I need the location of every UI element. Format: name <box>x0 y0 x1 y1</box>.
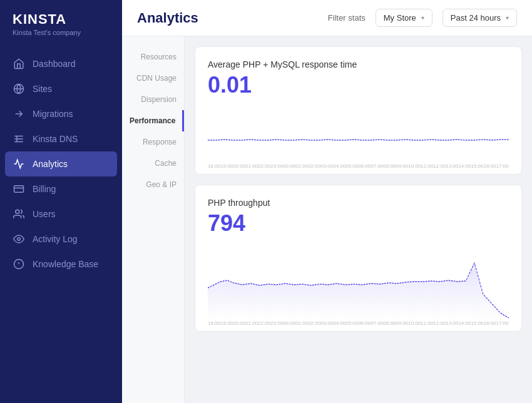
subnav-item-cdn-usage[interactable]: CDN Usage <box>122 68 184 89</box>
sidebar: KINSTA Kinsta Test's company Dashboard S… <box>0 0 122 403</box>
sidebar-item-analytics[interactable]: Analytics <box>5 151 117 176</box>
chart-php-throughput-title: PHP throughput <box>208 198 509 208</box>
sidebar-item-billing[interactable]: Billing <box>0 176 122 202</box>
charts-area: Average PHP + MySQL response time 0.01 <box>185 36 532 403</box>
chart-php-mysql: Average PHP + MySQL response time 0.01 <box>195 46 522 175</box>
sidebar-nav: Dashboard Sites Migrations Kinsta DNS An <box>0 51 122 403</box>
logo-area: KINSTA Kinsta Test's company <box>0 0 122 41</box>
dns-icon <box>13 133 25 145</box>
chart-php-throughput-canvas <box>208 244 509 319</box>
sidebar-item-migrations[interactable]: Migrations <box>0 101 122 126</box>
sidebar-item-label-analytics: Analytics <box>33 159 68 169</box>
chart-php-mysql-timeline: 18:0019:0020:0021:0022:0023:0000:0001:00… <box>208 162 509 174</box>
company-name: Kinsta Test's company <box>13 29 110 36</box>
sidebar-item-label-dashboard: Dashboard <box>33 59 76 69</box>
analytics-icon <box>13 158 25 170</box>
chart-php-throughput: PHP throughput 794 <box>195 185 522 332</box>
svg-rect-2 <box>14 186 24 193</box>
time-filter-dropdown[interactable]: Past 24 hours ▾ <box>442 9 517 27</box>
page-header: Analytics Filter stats My Store ▾ Past 2… <box>122 0 532 36</box>
store-filter-value: My Store <box>384 13 416 23</box>
sidebar-item-label-activity-log: Activity Log <box>33 234 78 244</box>
sidebar-item-label-knowledge-base: Knowledge Base <box>33 259 98 269</box>
sites-icon <box>13 83 25 95</box>
subnav-item-cache[interactable]: Cache <box>122 153 184 174</box>
sidebar-item-kinsta-dns[interactable]: Kinsta DNS <box>0 126 122 151</box>
sidebar-item-activity-log[interactable]: Activity Log <box>0 227 122 252</box>
chart-php-throughput-value: 794 <box>208 210 509 237</box>
content-area: Resources CDN Usage Dispersion Performan… <box>122 36 532 403</box>
logo: KINSTA <box>13 11 110 28</box>
svg-point-4 <box>16 210 19 213</box>
time-filter-value: Past 24 hours <box>451 13 501 23</box>
sidebar-item-label-billing: Billing <box>33 184 56 194</box>
chart-php-mysql-canvas <box>208 106 509 162</box>
subnav-item-dispersion[interactable]: Dispersion <box>122 89 184 110</box>
billing-icon <box>13 183 25 195</box>
page-title: Analytics <box>137 10 318 26</box>
sub-nav: Resources CDN Usage Dispersion Performan… <box>122 36 185 403</box>
sidebar-item-sites[interactable]: Sites <box>0 76 122 101</box>
sidebar-item-label-kinsta-dns: Kinsta DNS <box>33 134 78 144</box>
chevron-down-icon: ▾ <box>421 14 424 21</box>
store-filter-dropdown[interactable]: My Store ▾ <box>376 9 432 27</box>
subnav-item-resources[interactable]: Resources <box>122 46 184 68</box>
home-icon <box>13 58 25 70</box>
sidebar-item-label-migrations: Migrations <box>33 109 73 119</box>
sidebar-item-users[interactable]: Users <box>0 202 122 227</box>
sidebar-item-label-sites: Sites <box>33 84 52 94</box>
sidebar-item-knowledge-base[interactable]: Knowledge Base <box>0 252 122 277</box>
activity-log-icon <box>13 233 25 245</box>
chart-php-mysql-title: Average PHP + MySQL response time <box>208 59 509 69</box>
subnav-item-response[interactable]: Response <box>122 131 184 153</box>
subnav-item-performance[interactable]: Performance <box>122 110 184 131</box>
subnav-item-geo-ip[interactable]: Geo & IP <box>122 174 184 195</box>
sidebar-item-label-users: Users <box>33 209 56 219</box>
filter-label: Filter stats <box>328 13 366 23</box>
users-icon <box>13 208 25 220</box>
chevron-down-icon-2: ▾ <box>506 14 509 21</box>
svg-point-5 <box>18 238 21 241</box>
sidebar-item-dashboard[interactable]: Dashboard <box>0 51 122 76</box>
knowledge-base-icon <box>13 258 25 270</box>
migrations-icon <box>13 108 25 120</box>
chart-php-mysql-value: 0.01 <box>208 72 509 98</box>
chart-php-throughput-timeline: 18:0019:0020:0021:0022:0023:0000:0001:00… <box>208 319 509 331</box>
main-content: Analytics Filter stats My Store ▾ Past 2… <box>122 0 532 403</box>
